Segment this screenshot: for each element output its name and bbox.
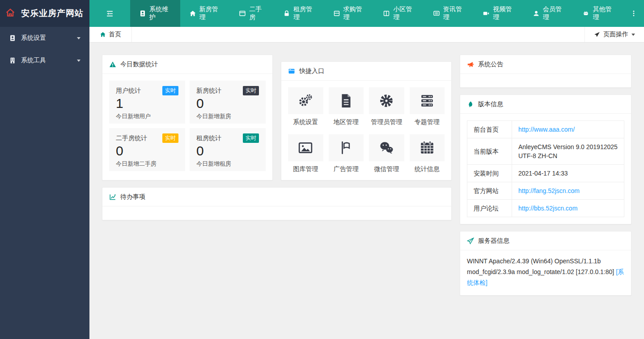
quick-item-region-management[interactable]: 地区管理 xyxy=(329,87,364,126)
nav-item-members[interactable]: 会员管理 xyxy=(524,0,574,27)
site-title: 安乐业房产网站 xyxy=(21,8,84,19)
home-icon xyxy=(100,31,106,38)
chevron-down-icon xyxy=(631,34,635,38)
nav-more-icon[interactable] xyxy=(623,0,644,27)
table-row: 用户论坛 http://bbs.52jscn.com xyxy=(467,200,624,217)
quick-item-wechat-management[interactable]: 微信管理 xyxy=(369,134,404,173)
table-row: 官方网站 http://fang.52jscn.com xyxy=(467,182,624,200)
line-chart-icon xyxy=(109,193,116,201)
quick-item-ad-management[interactable]: 广告管理 xyxy=(329,134,364,173)
nav-item-other[interactable]: 其他管理 xyxy=(573,0,623,27)
id-badge-icon xyxy=(139,10,146,17)
window-icon xyxy=(288,68,295,75)
table-row: 前台首页 http://www.aaa.com/ xyxy=(467,121,624,138)
form-icon xyxy=(333,10,340,17)
brand-logo: 安乐业房产网站 xyxy=(0,0,89,27)
stat-tile-users: 用户统计 实时 1 今日新增用户 xyxy=(109,81,185,124)
realtime-badge: 实时 xyxy=(243,133,259,143)
server-info-card: 服务器信息 WINNT Apache/2.4.39 (Win64) OpenSS… xyxy=(460,231,631,296)
server-stack-icon xyxy=(419,93,435,108)
quick-item-topic-management[interactable]: 专题管理 xyxy=(410,87,445,126)
stat-tile-second-hand: 二手房统计 实时 0 今日新增二手房 xyxy=(109,128,185,171)
chevron-down-icon xyxy=(77,60,80,64)
stat-tile-new-house: 新房统计 实时 0 今日新增新房 xyxy=(190,81,266,124)
nav-item-news[interactable]: 资讯管理 xyxy=(424,0,474,27)
warning-triangle-icon xyxy=(109,61,116,68)
megaphone-icon xyxy=(467,61,474,68)
quick-item-admin-management[interactable]: 管理员管理 xyxy=(369,87,404,126)
columns-icon xyxy=(383,10,390,17)
today-stats-card: 今日数据统计 用户统计 实时 1 今日新增用户 xyxy=(102,55,273,180)
realtime-badge: 实时 xyxy=(243,86,259,95)
server-info-text: WINNT Apache/2.4.39 (Win64) OpenSSL/1.1.… xyxy=(460,250,631,295)
android-icon xyxy=(582,10,589,17)
announcement-header: 系统公告 xyxy=(460,55,631,74)
main-content: 今日数据统计 用户统计 实时 1 今日新增用户 xyxy=(89,43,644,339)
nav-item-second-hand[interactable]: 二手房 xyxy=(230,0,274,27)
stat-value: 0 xyxy=(116,143,178,159)
official-site-link[interactable]: http://fang.52jscn.com xyxy=(518,187,580,194)
wechat-icon xyxy=(379,140,394,155)
gears-icon xyxy=(298,93,313,108)
sidebar-item-system-tools[interactable]: 系统工具 xyxy=(0,49,89,72)
user-icon xyxy=(533,10,540,17)
table-row: 安装时间 2021-04-17 14:33 xyxy=(467,165,624,182)
stat-value: 0 xyxy=(196,143,259,159)
flag-icon xyxy=(339,140,354,155)
today-stats-header: 今日数据统计 xyxy=(102,55,272,74)
todo-card: 待办事项 xyxy=(102,187,452,220)
stat-value: 0 xyxy=(196,95,259,112)
document-icon xyxy=(339,93,354,108)
version-info-card: 版本信息 前台首页 http://www.aaa.com/ 当前版本 Anley… xyxy=(460,94,631,224)
brand-house-icon xyxy=(5,8,15,19)
nav-item-video[interactable]: 视频管理 xyxy=(474,0,524,27)
paper-plane-icon xyxy=(594,31,600,38)
quick-item-gallery-management[interactable]: 图库管理 xyxy=(288,134,323,173)
home-icon xyxy=(189,10,196,17)
nav-item-system-maintenance[interactable]: 系统维护 xyxy=(130,0,180,27)
realtime-badge: 实时 xyxy=(162,86,178,95)
chevron-down-icon xyxy=(77,37,80,41)
stat-tile-rental: 租房统计 实时 0 今日新增租房 xyxy=(190,128,266,171)
collapse-menu-icon[interactable] xyxy=(89,0,130,27)
nav-item-community[interactable]: 小区管理 xyxy=(374,0,424,27)
quick-item-statistics[interactable]: 统计信息 xyxy=(410,134,445,173)
announcement-body xyxy=(460,74,631,87)
realtime-badge: 实时 xyxy=(162,133,178,143)
user-forum-link[interactable]: http://bbs.52jscn.com xyxy=(518,205,577,212)
nav-item-purchase[interactable]: 求购管理 xyxy=(324,0,374,27)
version-table: 前台首页 http://www.aaa.com/ 当前版本 AnleyeCMS … xyxy=(467,120,624,217)
nav-item-rental[interactable]: 租房管理 xyxy=(274,0,324,27)
top-nav: 系统维护 新房管理 二手房 租房管理 求购管理 xyxy=(89,0,644,27)
quick-item-system-settings[interactable]: 系统设置 xyxy=(288,87,323,126)
leaf-icon xyxy=(467,101,474,108)
server-info-header: 服务器信息 xyxy=(460,232,631,250)
nav-item-new-house[interactable]: 新房管理 xyxy=(180,0,230,27)
todo-body xyxy=(102,206,451,220)
front-home-link[interactable]: http://www.aaa.com/ xyxy=(518,126,575,133)
chat-icon xyxy=(433,10,440,17)
lock-icon xyxy=(283,10,290,17)
video-camera-icon xyxy=(483,10,490,17)
quick-entry-card: 快捷入口 xyxy=(281,61,452,180)
stat-value: 1 xyxy=(116,95,178,112)
current-version-value: AnleyeCMS Version 9.0 201912025 UTF-8 ZH… xyxy=(518,143,618,159)
building-icon xyxy=(9,57,16,64)
calendar-icon xyxy=(419,140,435,155)
tab-bar: 首页 页面操作 xyxy=(89,27,644,43)
announcement-card: 系统公告 xyxy=(460,55,631,88)
id-card-icon xyxy=(9,34,16,42)
image-icon xyxy=(298,140,313,155)
tab-home[interactable]: 首页 xyxy=(89,27,132,42)
card-icon xyxy=(239,10,246,17)
paper-plane-icon xyxy=(467,237,474,245)
cog-icon xyxy=(379,93,394,108)
top-bar: 安乐业房产网站 系统维护 新房管理 二手房 xyxy=(0,0,644,27)
quick-entry-header: 快捷入口 xyxy=(281,62,451,81)
sidebar: 系统设置 系统工具 xyxy=(0,27,89,339)
page-actions-dropdown[interactable]: 页面操作 xyxy=(585,27,644,42)
todo-header: 待办事项 xyxy=(102,188,451,206)
sidebar-item-system-settings[interactable]: 系统设置 xyxy=(0,27,89,49)
install-time-value: 2021-04-17 14:33 xyxy=(518,170,568,177)
version-info-header: 版本信息 xyxy=(460,95,631,114)
